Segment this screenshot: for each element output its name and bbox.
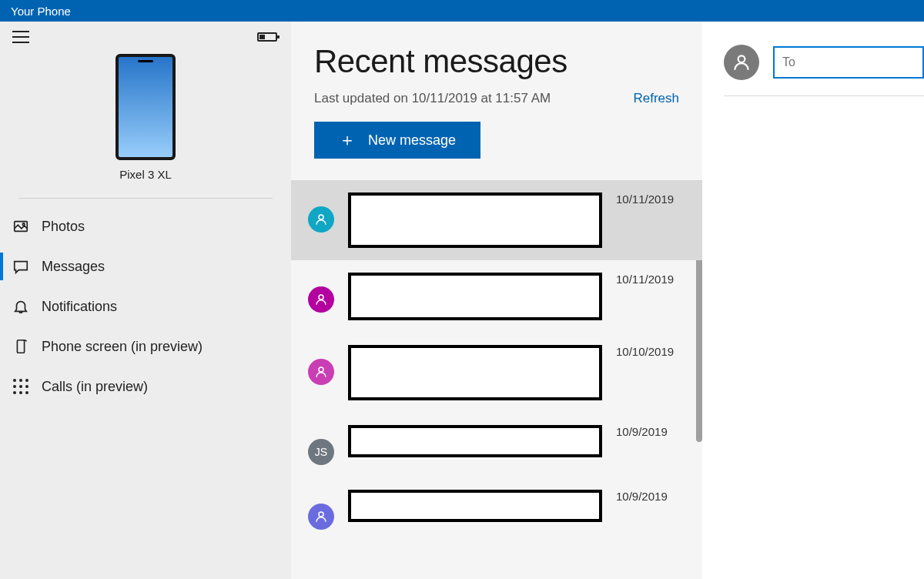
contact-avatar-icon bbox=[308, 359, 334, 385]
sidebar: Pixel 3 XL Photos Messages Notification bbox=[0, 22, 291, 579]
compose-header bbox=[702, 22, 924, 95]
svg-point-3 bbox=[319, 215, 323, 219]
notifications-icon bbox=[11, 296, 31, 316]
new-message-label: New message bbox=[368, 132, 456, 149]
conversation-date: 10/9/2019 bbox=[616, 425, 685, 438]
message-preview-redacted bbox=[348, 345, 602, 400]
sidebar-item-phone-screen[interactable]: Phone screen (in preview) bbox=[0, 326, 291, 366]
sidebar-item-label: Phone screen (in preview) bbox=[42, 339, 203, 355]
sidebar-item-label: Photos bbox=[42, 219, 85, 235]
message-preview-redacted bbox=[348, 192, 602, 248]
messages-subrow: Last updated on 10/11/2019 at 11:57 AM R… bbox=[314, 91, 679, 106]
sidebar-nav: Photos Messages Notifications Phone scre… bbox=[0, 206, 291, 407]
sidebar-item-label: Messages bbox=[42, 259, 105, 275]
svg-point-4 bbox=[319, 295, 323, 300]
device-preview: Pixel 3 XL bbox=[0, 48, 291, 192]
sidebar-divider bbox=[18, 198, 273, 199]
svg-point-6 bbox=[319, 512, 323, 517]
svg-point-1 bbox=[22, 223, 25, 226]
plus-icon: ＋ bbox=[339, 132, 356, 149]
conversation-row[interactable]: 10/11/2019 bbox=[291, 260, 702, 333]
app-body: Pixel 3 XL Photos Messages Notification bbox=[0, 22, 924, 579]
conversation-date: 10/10/2019 bbox=[616, 345, 685, 358]
conversation-date: 10/11/2019 bbox=[616, 273, 685, 286]
sidebar-item-calls[interactable]: Calls (in preview) bbox=[0, 366, 291, 407]
conversation-row[interactable]: 10/9/2019 bbox=[291, 477, 702, 542]
contact-avatar-icon bbox=[308, 504, 334, 530]
phone-screen-icon bbox=[11, 336, 31, 356]
titlebar: Your Phone bbox=[0, 0, 924, 22]
contact-avatar-icon: JS bbox=[308, 439, 334, 465]
photos-icon bbox=[11, 216, 31, 236]
sidebar-top bbox=[0, 22, 291, 48]
message-preview-redacted bbox=[348, 273, 602, 320]
svg-point-5 bbox=[319, 367, 323, 372]
conversation-list: 10/11/201910/11/201910/10/2019JS10/9/201… bbox=[291, 180, 702, 579]
app-title: Your Phone bbox=[11, 5, 71, 18]
sidebar-item-photos[interactable]: Photos bbox=[0, 206, 291, 246]
conversation-date: 10/11/2019 bbox=[616, 192, 685, 206]
message-preview-redacted bbox=[348, 490, 602, 522]
compose-divider bbox=[724, 95, 924, 96]
dialpad-icon bbox=[11, 377, 31, 397]
to-input[interactable] bbox=[782, 55, 915, 69]
sidebar-item-notifications[interactable]: Notifications bbox=[0, 286, 291, 326]
conversation-row[interactable]: JS10/9/2019 bbox=[291, 413, 702, 477]
message-preview-redacted bbox=[348, 425, 602, 457]
hamburger-icon[interactable] bbox=[12, 31, 29, 43]
phone-device-icon bbox=[116, 54, 176, 160]
svg-point-7 bbox=[738, 55, 745, 62]
sidebar-item-label: Notifications bbox=[42, 299, 117, 315]
contact-avatar-icon bbox=[308, 286, 334, 313]
recipient-avatar-icon bbox=[724, 45, 759, 80]
new-message-button[interactable]: ＋ New message bbox=[314, 122, 480, 159]
device-name: Pixel 3 XL bbox=[119, 168, 172, 181]
refresh-link[interactable]: Refresh bbox=[633, 91, 679, 106]
messages-header: Recent messages Last updated on 10/11/20… bbox=[291, 22, 702, 166]
conversation-row[interactable]: 10/11/2019 bbox=[291, 180, 702, 260]
last-updated-text: Last updated on 10/11/2019 at 11:57 AM bbox=[314, 91, 551, 106]
battery-icon bbox=[257, 32, 277, 42]
messages-title: Recent messages bbox=[314, 43, 679, 80]
svg-rect-2 bbox=[17, 340, 24, 353]
compose-panel bbox=[702, 22, 924, 579]
to-field[interactable] bbox=[773, 46, 924, 79]
sidebar-item-messages[interactable]: Messages bbox=[0, 246, 291, 286]
conversation-date: 10/9/2019 bbox=[616, 490, 685, 503]
conversation-row[interactable]: 10/10/2019 bbox=[291, 333, 702, 413]
messages-panel: Recent messages Last updated on 10/11/20… bbox=[291, 22, 702, 579]
messages-icon bbox=[11, 256, 31, 276]
sidebar-item-label: Calls (in preview) bbox=[42, 379, 148, 395]
contact-avatar-icon bbox=[308, 206, 334, 233]
